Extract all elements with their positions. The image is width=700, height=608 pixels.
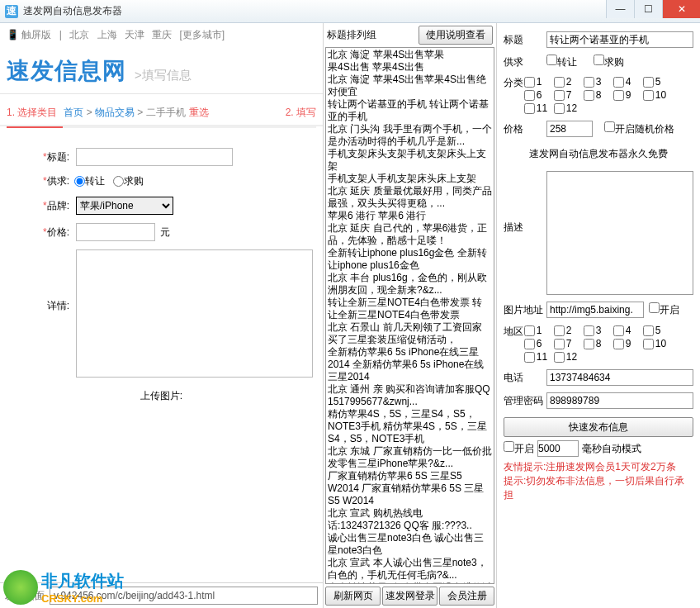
title-input[interactable]	[76, 148, 233, 166]
hint-1: 友情提示:注册速发网会员1天可发2万条	[504, 460, 693, 474]
area-9[interactable]	[613, 339, 624, 349]
r-title-input[interactable]	[546, 31, 693, 48]
auto-interval-input[interactable]	[537, 440, 579, 457]
price-input[interactable]	[76, 223, 155, 241]
r-sd-label: 供求	[504, 55, 546, 69]
area-8[interactable]	[584, 339, 594, 349]
publish-button[interactable]: 快速发布信息	[504, 417, 693, 437]
cat-6[interactable]	[524, 90, 535, 101]
area-grid: 1 2 3 4 5 6 7 8 9 10 11 12	[524, 325, 693, 363]
mobile-link[interactable]: 📱 触屏版	[7, 29, 51, 40]
detail-textarea[interactable]	[76, 249, 313, 378]
price-unit: 元	[160, 226, 170, 240]
window-title: 速发网自动信息发布器	[23, 4, 606, 18]
window-title-bar: 速 速发网自动信息发布器 — ☐ ✕	[0, 0, 700, 23]
chk-auto[interactable]	[504, 441, 514, 452]
step-underline	[7, 126, 316, 128]
area-10[interactable]	[643, 339, 654, 349]
right-pane: 标题 供求 转让 求购 分类 1 2 3 4 5 6 7 8 9 10 11 1…	[497, 23, 700, 608]
area-5[interactable]	[643, 325, 654, 336]
hint-2: 提示:切勿发布非法信息，一切后果自行承担	[504, 474, 693, 502]
cat-5[interactable]	[643, 77, 654, 88]
supply-demand-label: *供求:	[10, 174, 69, 188]
city-tianjin[interactable]: 天津	[125, 29, 144, 40]
page-subtitle: >填写信息	[135, 68, 192, 83]
breadcrumb: 首页 > 物品交易 > 二手手机	[64, 106, 185, 120]
upload-label: 上传图片:	[10, 389, 313, 403]
cat-7[interactable]	[554, 90, 565, 101]
city-chongqing[interactable]: 重庆	[152, 29, 172, 40]
detail-label: 详情:	[10, 299, 69, 313]
radio-buy[interactable]	[113, 176, 124, 187]
cat-8[interactable]	[584, 90, 594, 101]
app-icon: 速	[5, 5, 18, 18]
category-grid: 1 2 3 4 5 6 7 8 9 10 11 12	[524, 76, 693, 114]
cat-12[interactable]	[554, 103, 565, 114]
step-2-label: 2. 填写	[286, 106, 316, 120]
form-area: **标题:标题: *供求: 转让 求购 *品牌: 苹果/iPhone *价格: …	[0, 128, 323, 582]
r-desc-textarea[interactable]	[546, 171, 693, 295]
area-7[interactable]	[554, 339, 565, 349]
city-bar: 📱 触屏版 | 北京 上海 天津 重庆 [更多城市]	[0, 23, 323, 47]
area-3[interactable]	[584, 325, 594, 336]
chk-random-price[interactable]	[604, 121, 615, 132]
r-pwd-input[interactable]	[546, 392, 693, 409]
cat-11[interactable]	[524, 103, 535, 114]
refresh-button[interactable]: 刷新网页	[325, 587, 381, 606]
r-title-label: 标题	[504, 33, 546, 47]
footer-logo: 非凡软件站 CRSKY.com	[3, 570, 124, 605]
left-pane: 📱 触屏版 | 北京 上海 天津 重庆 [更多城市] 速发信息网 >填写信息 1…	[0, 23, 324, 608]
breadcrumb-cat[interactable]: 物品交易	[95, 107, 135, 118]
r-cat-label: 分类	[504, 76, 524, 90]
cat-1[interactable]	[524, 77, 535, 88]
chk-buy[interactable]	[594, 55, 604, 65]
title-list-label: 标题排列组	[327, 28, 415, 42]
maximize-button[interactable]: ☐	[634, 0, 662, 18]
step-1-label: 1. 选择类目	[7, 106, 57, 120]
close-button[interactable]: ✕	[662, 0, 700, 18]
reselect-link[interactable]: 重选	[189, 106, 209, 120]
r-phone-label: 电话	[504, 371, 546, 385]
area-6[interactable]	[524, 339, 535, 349]
title-list[interactable]: 北京 海淀 苹果4S出售苹果 果4S出售 苹果4S出售 北京 海淀 苹果4S出售…	[325, 47, 494, 584]
area-12[interactable]	[554, 352, 565, 363]
r-price-input[interactable]	[546, 121, 593, 137]
r-phone-input[interactable]	[546, 369, 693, 386]
brand-select[interactable]: 苹果/iPhone	[76, 197, 173, 215]
cat-10[interactable]	[643, 90, 654, 101]
minimize-button[interactable]: —	[606, 0, 634, 18]
cat-3[interactable]	[584, 77, 594, 88]
area-1[interactable]	[524, 325, 535, 336]
help-button[interactable]: 使用说明查看	[419, 26, 493, 45]
r-pwd-label: 管理密码	[504, 394, 546, 408]
city-beijing[interactable]: 北京	[69, 29, 89, 40]
chk-img-enable[interactable]	[649, 302, 660, 313]
site-logo: 速发信息网	[7, 55, 126, 87]
area-2[interactable]	[554, 325, 565, 336]
auto-unit: 毫秒自动模式	[582, 442, 641, 456]
cat-4[interactable]	[613, 77, 624, 88]
more-cities[interactable]: [更多城市]	[180, 29, 225, 40]
r-price-label: 价格	[504, 122, 546, 136]
breadcrumb-home[interactable]: 首页	[64, 107, 83, 118]
login-button[interactable]: 速发网登录	[382, 587, 438, 606]
r-img-input[interactable]	[546, 302, 644, 318]
banner-text: 速发网自动信息发布器永久免费	[529, 147, 668, 161]
area-11[interactable]	[524, 352, 535, 363]
brand-label: *品牌:	[10, 199, 69, 213]
r-img-label: 图片地址	[504, 303, 546, 317]
cat-2[interactable]	[554, 77, 565, 88]
title-field-label: **标题:标题:	[10, 150, 69, 164]
crsky-ball-icon	[3, 570, 38, 605]
chk-transfer[interactable]	[546, 55, 557, 65]
radio-transfer[interactable]	[74, 176, 85, 187]
price-label: *价格:	[10, 226, 69, 240]
r-area-label: 地区	[504, 325, 524, 339]
cat-9[interactable]	[613, 90, 624, 101]
breadcrumb-sub: 二手手机	[146, 107, 186, 118]
r-desc-label: 描述	[504, 221, 546, 235]
middle-pane: 标题排列组 使用说明查看 北京 海淀 苹果4S出售苹果 果4S出售 苹果4S出售…	[324, 23, 497, 608]
city-shanghai[interactable]: 上海	[97, 29, 117, 40]
register-button[interactable]: 会员注册	[439, 587, 494, 606]
area-4[interactable]	[613, 325, 624, 336]
